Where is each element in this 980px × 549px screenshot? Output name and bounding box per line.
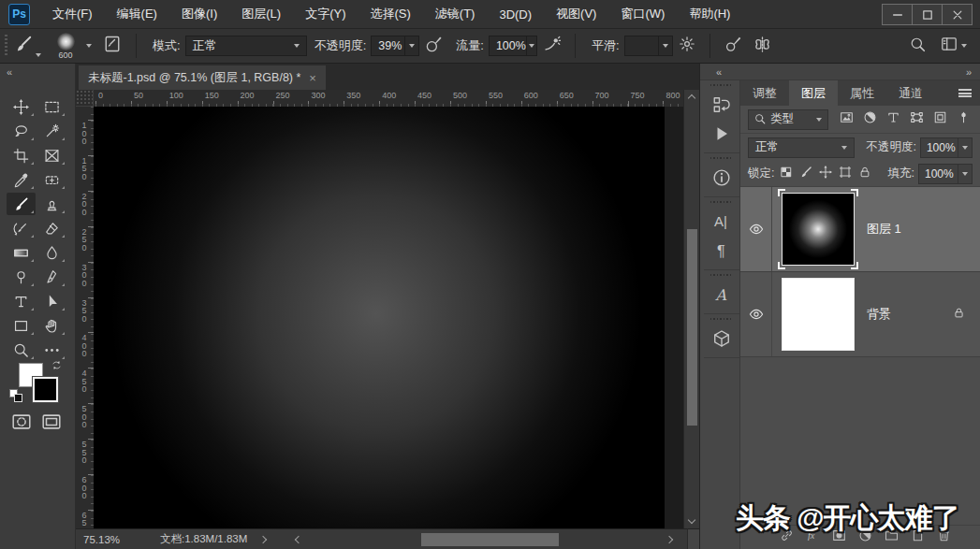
adjustment-filter-icon[interactable] bbox=[863, 110, 877, 128]
drag-grip[interactable] bbox=[710, 157, 733, 159]
menu-item-file[interactable]: 文件(F) bbox=[40, 0, 105, 28]
panel-menu-icon[interactable] bbox=[958, 89, 972, 97]
character-panel-button[interactable]: A| bbox=[704, 207, 739, 236]
symmetry-button[interactable] bbox=[753, 36, 771, 57]
tab-properties[interactable]: 属性 bbox=[838, 80, 886, 106]
type-tool[interactable] bbox=[7, 290, 36, 312]
3d-panel-button[interactable] bbox=[704, 324, 739, 353]
horizontal-scrollbar[interactable] bbox=[292, 529, 676, 549]
layer-thumbnail[interactable] bbox=[782, 278, 855, 351]
pressure-size-button[interactable] bbox=[724, 36, 742, 57]
drag-grip[interactable] bbox=[710, 274, 733, 276]
brush-size-picker[interactable]: 600 bbox=[51, 33, 80, 60]
close-button[interactable] bbox=[942, 4, 973, 25]
drag-grip[interactable] bbox=[710, 318, 733, 320]
menu-item-edit[interactable]: 编辑(E) bbox=[105, 0, 169, 28]
eraser-tool[interactable] bbox=[37, 217, 66, 239]
opacity-input[interactable]: 39% bbox=[371, 36, 419, 56]
menu-item-3d[interactable]: 3D(D) bbox=[487, 0, 544, 28]
blend-mode-select[interactable]: 正常 bbox=[185, 36, 307, 56]
spot-healing-tool[interactable] bbox=[37, 168, 66, 191]
history-brush-tool[interactable] bbox=[7, 217, 36, 239]
brush-tool[interactable] bbox=[7, 193, 36, 215]
magic-wand-tool[interactable] bbox=[37, 120, 66, 142]
scroll-right-icon[interactable] bbox=[666, 536, 673, 543]
ruler-origin-corner[interactable] bbox=[76, 90, 94, 107]
menu-item-filter[interactable]: 滤镜(T) bbox=[423, 0, 488, 28]
horizontal-ruler[interactable]: 0501001502002503003504004505005506006507… bbox=[94, 90, 683, 107]
scroll-up-icon[interactable] bbox=[688, 94, 695, 102]
quick-mask-button[interactable] bbox=[11, 412, 32, 436]
crop-tool[interactable] bbox=[7, 144, 36, 166]
layer-thumbnail[interactable] bbox=[782, 193, 855, 266]
fill-input[interactable]: 100% bbox=[918, 164, 973, 184]
vertical-scroll-thumb[interactable] bbox=[687, 229, 697, 426]
drag-grip[interactable] bbox=[710, 201, 733, 203]
rectangular-marquee-tool[interactable] bbox=[37, 95, 66, 118]
status-options-icon[interactable] bbox=[259, 535, 267, 542]
tab-channels[interactable]: 通道 bbox=[886, 80, 935, 106]
blur-tool[interactable] bbox=[37, 241, 66, 264]
horizontal-scroll-thumb[interactable] bbox=[421, 533, 559, 546]
rectangle-tool[interactable] bbox=[7, 314, 36, 337]
chevron-down-icon[interactable] bbox=[86, 44, 92, 48]
visibility-toggle[interactable] bbox=[740, 272, 772, 356]
close-icon[interactable]: × bbox=[309, 71, 316, 85]
menu-item-view[interactable]: 视图(V) bbox=[544, 0, 608, 28]
info-panel-button[interactable] bbox=[704, 163, 739, 192]
paragraph-panel-button[interactable]: ¶ bbox=[704, 236, 739, 265]
toolbar-collapse-button[interactable]: « bbox=[0, 64, 75, 80]
drag-grip[interactable] bbox=[710, 84, 733, 86]
airbrush-button[interactable] bbox=[543, 36, 561, 57]
shape-filter-icon[interactable] bbox=[910, 110, 924, 128]
tab-layers[interactable]: 图层 bbox=[789, 80, 838, 106]
expand-strip-button[interactable]: « bbox=[716, 66, 722, 78]
lock-paint-icon[interactable] bbox=[799, 166, 812, 182]
lock-artboard-icon[interactable] bbox=[839, 166, 852, 182]
menu-item-window[interactable]: 窗口(W) bbox=[608, 0, 677, 28]
scroll-left-icon[interactable] bbox=[295, 536, 302, 543]
minimize-button[interactable] bbox=[882, 4, 913, 25]
smoothing-options-button[interactable] bbox=[679, 36, 695, 56]
lock-all-icon[interactable] bbox=[858, 166, 871, 182]
screen-mode-button[interactable] bbox=[41, 412, 62, 436]
pixel-filter-icon[interactable] bbox=[840, 110, 854, 128]
gradient-tool[interactable] bbox=[7, 241, 36, 264]
vertical-scrollbar[interactable] bbox=[683, 90, 699, 528]
clone-stamp-tool[interactable] bbox=[37, 193, 66, 215]
search-icon[interactable] bbox=[910, 36, 926, 56]
menu-item-type[interactable]: 文字(Y) bbox=[293, 0, 358, 28]
path-selection-tool[interactable] bbox=[37, 290, 66, 312]
glyphs-panel-button[interactable]: A bbox=[704, 280, 739, 309]
menu-item-help[interactable]: 帮助(H) bbox=[677, 0, 742, 28]
hand-tool[interactable] bbox=[37, 314, 66, 337]
zoom-tool[interactable] bbox=[7, 339, 36, 361]
layer-row[interactable]: 背景 bbox=[740, 272, 980, 357]
tool-preset-picker[interactable] bbox=[14, 35, 41, 57]
menu-item-layer[interactable]: 图层(L) bbox=[229, 0, 293, 28]
move-tool[interactable] bbox=[7, 95, 36, 118]
flow-input[interactable]: 100% bbox=[489, 36, 537, 56]
lasso-tool[interactable] bbox=[7, 120, 36, 142]
smart-object-filter-icon[interactable] bbox=[933, 110, 947, 128]
document-tab[interactable]: 未标题-1.psd @ 75.1% (图层 1, RGB/8) * × bbox=[79, 65, 326, 90]
filter-toggle-filter-icon[interactable] bbox=[957, 110, 971, 128]
visibility-toggle[interactable] bbox=[740, 187, 772, 271]
swap-colors-button[interactable] bbox=[51, 358, 63, 375]
workspace-switcher[interactable] bbox=[941, 36, 967, 56]
smoothing-input[interactable] bbox=[624, 36, 673, 56]
options-grip[interactable] bbox=[5, 35, 7, 57]
pen-tool[interactable] bbox=[37, 266, 66, 288]
lock-position-icon[interactable] bbox=[819, 166, 832, 182]
maximize-button[interactable] bbox=[912, 4, 943, 25]
default-colors-button[interactable] bbox=[9, 389, 24, 404]
lock-transparency-icon[interactable] bbox=[780, 166, 793, 182]
tab-adjustments[interactable]: 调整 bbox=[740, 80, 789, 106]
collapse-dock-button[interactable]: » bbox=[966, 66, 972, 78]
canvas-document[interactable] bbox=[94, 107, 665, 528]
background-color-swatch[interactable] bbox=[33, 377, 58, 402]
vertical-ruler[interactable]: 100150200250300350400450500550600650 bbox=[76, 107, 94, 528]
toggle-brush-panel-button[interactable] bbox=[103, 35, 122, 57]
layer-blend-mode-select[interactable]: 正常 bbox=[748, 137, 855, 158]
scroll-down-icon[interactable] bbox=[688, 516, 695, 524]
